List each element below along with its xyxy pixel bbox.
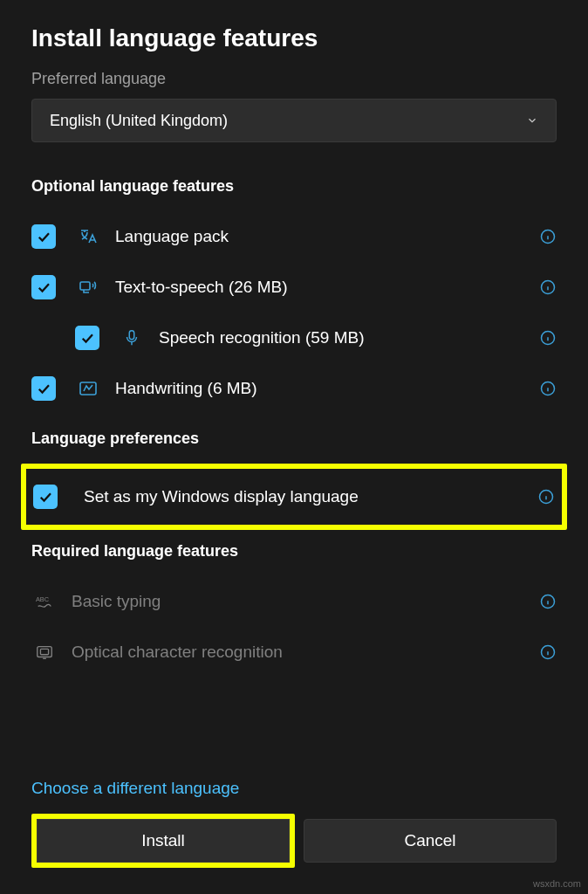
preferred-language-label: Preferred language (31, 70, 557, 88)
info-icon[interactable] (539, 380, 557, 397)
checkbox-handwriting[interactable] (31, 376, 56, 401)
svg-rect-7 (129, 331, 134, 340)
speaking-head-icon (75, 274, 101, 300)
basic-typing-icon: ABC (31, 588, 58, 615)
row-label: Language pack (115, 227, 539, 246)
info-icon[interactable] (539, 279, 557, 296)
info-icon[interactable] (539, 228, 557, 245)
required-features-header: Required language features (31, 542, 557, 560)
row-set-display: Set as my Windows display language (33, 469, 555, 525)
row-label: Set as my Windows display language (84, 487, 537, 506)
cancel-button[interactable]: Cancel (304, 819, 557, 863)
info-icon[interactable] (539, 329, 557, 347)
row-label: Handwriting (6 MB) (115, 379, 539, 398)
choose-different-language-link[interactable]: Choose a different language (31, 779, 239, 798)
row-basic-typing: ABC Basic typing (31, 576, 557, 627)
language-pack-icon (75, 224, 101, 250)
row-tts: Text-to-speech (26 MB) (31, 262, 557, 313)
checkbox-set-display[interactable] (33, 485, 58, 509)
svg-rect-3 (80, 282, 90, 290)
optional-features-header: Optional language features (31, 177, 557, 196)
row-label: Basic typing (72, 592, 539, 611)
microphone-icon (119, 325, 145, 351)
dialog-title: Install language features (31, 24, 557, 52)
handwriting-icon (75, 375, 101, 402)
svg-rect-23 (38, 647, 52, 657)
ocr-icon (31, 639, 58, 665)
install-language-dialog: Install language features Preferred lang… (0, 0, 588, 894)
watermark: wsxdn.com (533, 878, 581, 889)
row-label: Text-to-speech (26 MB) (115, 278, 539, 297)
row-handwriting: Handwriting (6 MB) (31, 363, 557, 414)
svg-rect-24 (40, 649, 48, 654)
chevron-down-icon (526, 114, 538, 127)
install-button[interactable]: Install (37, 819, 290, 863)
checkbox-language-pack[interactable] (31, 224, 56, 249)
checkbox-speech[interactable] (75, 326, 99, 350)
row-label: Speech recognition (59 MB) (159, 328, 539, 347)
button-bar: Install Cancel (31, 814, 557, 868)
highlight-set-display: Set as my Windows display language (21, 464, 567, 530)
info-icon[interactable] (537, 488, 555, 505)
row-speech-recognition: Speech recognition (59 MB) (31, 313, 557, 363)
highlight-install-button: Install (31, 814, 295, 868)
info-icon[interactable] (539, 593, 557, 610)
row-ocr: Optical character recognition (31, 627, 557, 677)
row-language-pack: Language pack (31, 211, 557, 262)
row-label: Optical character recognition (72, 643, 539, 662)
info-icon[interactable] (539, 643, 557, 661)
checkbox-tts[interactable] (31, 275, 56, 299)
svg-text:ABC: ABC (36, 595, 50, 603)
dropdown-value: English (United Kingdom) (50, 112, 228, 130)
language-dropdown[interactable]: English (United Kingdom) (31, 99, 557, 142)
language-prefs-header: Language preferences (31, 430, 557, 448)
optional-features-section: Optional language features Language pack… (31, 177, 557, 414)
